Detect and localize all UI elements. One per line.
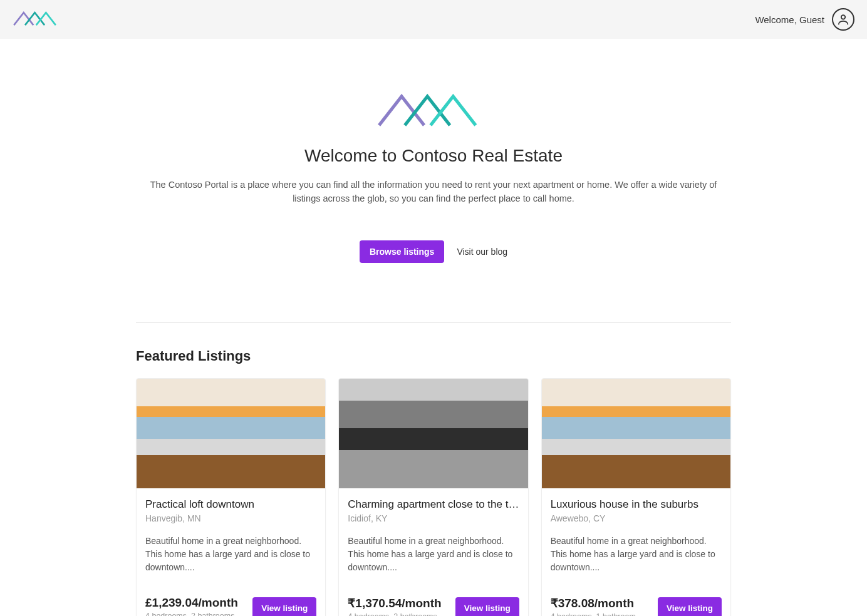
listing-card: Luxurious house in the suburbs Awewebo, … (541, 378, 731, 617)
listing-title: Practical loft downtown (145, 498, 316, 511)
divider (136, 322, 731, 323)
hero-section: Welcome to Contoso Real Estate The Conto… (136, 39, 731, 288)
browse-listings-button[interactable]: Browse listings (360, 240, 444, 263)
view-listing-button[interactable]: View listing (455, 597, 519, 616)
header: Welcome, Guest (0, 0, 867, 39)
listing-location: Icidiof, KY (348, 513, 519, 523)
listing-image[interactable] (542, 379, 730, 488)
listing-title: Luxurious house in the suburbs (551, 498, 722, 511)
listing-meta: 4 bedrooms, 2 bathrooms (348, 612, 441, 617)
logo-icon (13, 9, 63, 27)
user-icon (836, 13, 850, 26)
listing-location: Awewebo, CY (551, 513, 722, 523)
listing-description: Beautiful home in a great neighborhood. … (551, 535, 722, 574)
logo-link[interactable] (13, 9, 63, 29)
listing-meta: 4 bedrooms, 2 bathrooms (145, 612, 238, 617)
page-title: Welcome to Contoso Real Estate (136, 146, 731, 166)
featured-title: Featured Listings (136, 348, 731, 364)
visit-blog-link[interactable]: Visit our blog (457, 247, 507, 257)
svg-point-0 (841, 15, 845, 19)
welcome-text: Welcome, Guest (755, 14, 824, 25)
listing-description: Beautiful home in a great neighborhood. … (145, 535, 316, 574)
listing-card: Practical loft downtown Hanvegib, MN Bea… (136, 378, 326, 617)
listing-meta: 4 bedrooms, 1 bathroom (551, 612, 636, 617)
hero-description: The Contoso Portal is a place where you … (136, 178, 731, 206)
listing-price: ₹378.08/month (551, 596, 636, 610)
listing-price: £1,239.04/month (145, 596, 238, 610)
view-listing-button[interactable]: View listing (252, 597, 316, 617)
listing-image[interactable] (137, 379, 325, 488)
listing-price: ₹1,370.54/month (348, 596, 441, 610)
listings-grid: Practical loft downtown Hanvegib, MN Bea… (136, 378, 731, 617)
listing-card: Charming apartment close to the t… Icidi… (338, 378, 528, 617)
hero-logo (136, 89, 731, 132)
listing-image[interactable] (339, 379, 527, 488)
listing-description: Beautiful home in a great neighborhood. … (348, 535, 519, 574)
listing-location: Hanvegib, MN (145, 513, 316, 523)
listing-title: Charming apartment close to the t… (348, 498, 519, 511)
avatar[interactable] (832, 8, 854, 31)
view-listing-button[interactable]: View listing (658, 597, 722, 616)
